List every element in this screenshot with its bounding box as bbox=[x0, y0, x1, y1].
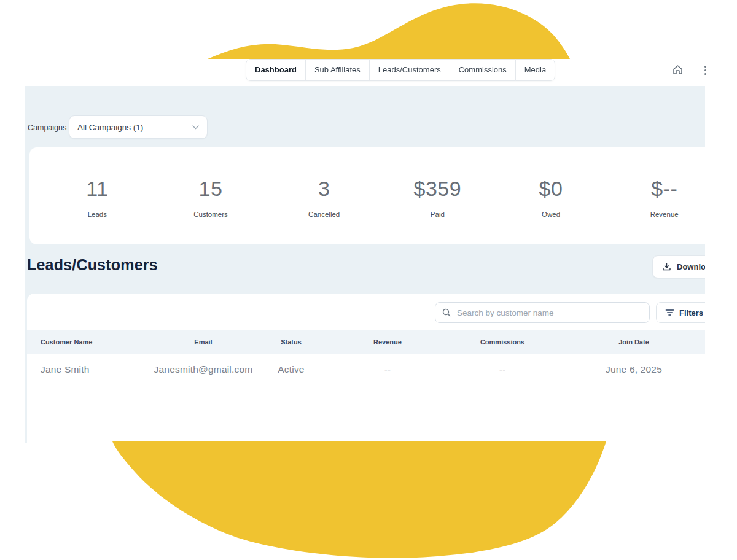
stat-label: Customers bbox=[193, 211, 228, 218]
customer-search-box bbox=[435, 302, 650, 323]
decorative-blob-top bbox=[203, 0, 571, 59]
cell-email: Janesmith@gmail.com bbox=[144, 364, 263, 375]
search-icon bbox=[442, 308, 451, 317]
col-header-email: Email bbox=[144, 338, 263, 346]
home-icon[interactable] bbox=[672, 64, 684, 76]
cell-join-date: June 6, 2025 bbox=[549, 364, 705, 375]
cell-commissions: -- bbox=[456, 364, 549, 375]
tab-commissions[interactable]: Commissions bbox=[450, 59, 516, 81]
page-title: Leads/Customers bbox=[27, 256, 158, 274]
download-icon bbox=[662, 262, 671, 271]
filters-button[interactable]: Filters bbox=[656, 302, 705, 323]
filters-button-label: Filters bbox=[679, 308, 703, 317]
col-header-join-date: Join Date bbox=[549, 338, 705, 346]
cell-revenue: -- bbox=[319, 364, 456, 375]
tab-sub-affiliates[interactable]: Sub Affiliates bbox=[305, 59, 370, 81]
table-header-row: Customer Name Email Status Revenue Commi… bbox=[27, 330, 705, 354]
stat-value: $359 bbox=[414, 177, 462, 201]
stat-value: $-- bbox=[651, 177, 677, 201]
filter-icon bbox=[665, 309, 674, 316]
leads-table-card: Filters Customer Name Email Status Reven… bbox=[27, 294, 705, 443]
stat-label: Paid bbox=[431, 211, 445, 218]
kebab-menu-icon[interactable] bbox=[700, 64, 711, 76]
stat-value: 15 bbox=[199, 177, 223, 201]
stats-summary-card: 11 Leads 15 Customers 3 Cancelled $359 P… bbox=[29, 147, 705, 244]
campaigns-dropdown-value: All Campaigns (1) bbox=[77, 123, 143, 132]
chevron-down-icon bbox=[192, 125, 199, 130]
stat-customers: 15 Customers bbox=[154, 147, 268, 244]
col-header-status: Status bbox=[263, 338, 319, 346]
cell-status: Active bbox=[263, 364, 319, 375]
cell-customer-name: Jane Smith bbox=[27, 364, 144, 375]
stat-cancelled: 3 Cancelled bbox=[267, 147, 381, 244]
stat-label: Cancelled bbox=[308, 211, 340, 218]
stat-label: Leads bbox=[88, 211, 107, 218]
table-row[interactable]: Jane Smith Janesmith@gmail.com Active --… bbox=[27, 354, 705, 386]
col-header-revenue: Revenue bbox=[319, 338, 456, 346]
stat-value: 11 bbox=[86, 177, 108, 201]
campaigns-label: Campaigns bbox=[28, 123, 66, 132]
stat-leads: 11 Leads bbox=[41, 147, 154, 244]
stat-owed: $0 Owed bbox=[494, 147, 608, 244]
col-header-customer-name: Customer Name bbox=[27, 338, 144, 346]
stat-label: Revenue bbox=[650, 211, 679, 218]
decorative-blob-bottom bbox=[111, 441, 608, 560]
stat-label: Owed bbox=[542, 211, 560, 218]
tab-leads-customers[interactable]: Leads/Customers bbox=[369, 59, 450, 81]
stat-paid: $359 Paid bbox=[381, 147, 494, 244]
main-nav-tabbar: Dashboard Sub Affiliates Leads/Customers… bbox=[246, 59, 555, 81]
col-header-commissions: Commissions bbox=[456, 338, 549, 346]
search-input[interactable] bbox=[456, 308, 642, 318]
stat-value: 3 bbox=[318, 177, 330, 201]
download-button-label: Download bbox=[677, 262, 705, 271]
download-button[interactable]: Download bbox=[652, 255, 705, 278]
tab-dashboard[interactable]: Dashboard bbox=[246, 59, 306, 81]
campaigns-dropdown[interactable]: All Campaigns (1) bbox=[69, 115, 208, 139]
tab-media[interactable]: Media bbox=[515, 59, 555, 81]
stat-revenue: $-- Revenue bbox=[607, 147, 705, 244]
stat-value: $0 bbox=[539, 177, 563, 201]
dashboard-content-panel: Campaigns All Campaigns (1) 11 Leads 15 … bbox=[25, 86, 705, 443]
